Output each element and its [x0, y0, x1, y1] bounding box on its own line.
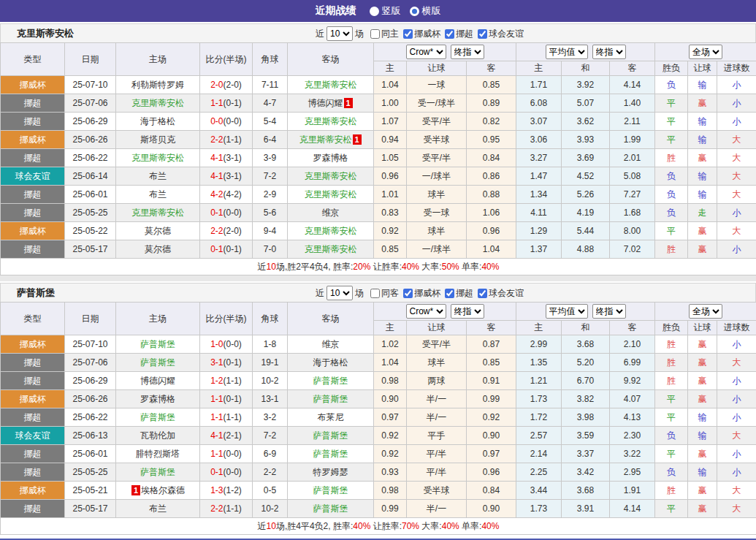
result-goals: 大: [717, 131, 756, 149]
league-filter-0-input[interactable]: [403, 289, 413, 298]
half-score: (0-1): [224, 357, 242, 368]
odds-away: 0.88: [467, 186, 516, 204]
league-filter-2-input[interactable]: [478, 289, 487, 298]
odds-home: 0.83: [374, 204, 407, 222]
recent-count-select[interactable]: 10: [327, 286, 353, 300]
match-date: 25-06-29: [65, 372, 116, 390]
result-outcome-value: 负: [667, 80, 676, 90]
away-team: 博德闪耀1: [288, 94, 374, 113]
result-handicap: 输: [688, 76, 717, 94]
scope-select[interactable]: 全场: [689, 304, 722, 319]
avg-home: 1.37: [516, 240, 562, 259]
same-venue-filter-input[interactable]: [370, 29, 380, 39]
result-handicap-value: 赢: [698, 244, 707, 254]
result-goals-value: 大: [733, 357, 741, 368]
odds-away: 1.04: [467, 240, 516, 259]
odds-away: 0.89: [467, 94, 516, 113]
league-filter-1[interactable]: 挪超: [443, 287, 473, 300]
column-header: 日期: [65, 303, 116, 335]
result-goals: 小: [717, 240, 756, 259]
avg-away: 2.95: [610, 463, 655, 482]
away-team-name: 克里斯蒂安松: [305, 226, 357, 236]
result-group-header: 全场: [655, 43, 756, 61]
result-goals-value: 大: [733, 503, 741, 514]
sub-column-header: 客: [467, 321, 516, 335]
scope-select[interactable]: 全场: [689, 45, 722, 59]
league-filter-2-input[interactable]: [478, 29, 487, 39]
home-team-name: 布兰: [149, 171, 167, 181]
topbar: 近期战绩 竖版 横版: [0, 0, 756, 22]
layout-radio-horizontal[interactable]: 横版: [410, 4, 441, 18]
league-filter-1[interactable]: 挪超: [443, 28, 473, 40]
league-filter-2[interactable]: 球会友谊: [476, 28, 524, 40]
odds-provider-select[interactable]: Crow*: [406, 45, 446, 59]
match-date: 25-07-06: [65, 94, 116, 113]
match-score: 2-0(2-0): [200, 76, 253, 94]
away-team-name: 萨普斯堡: [313, 394, 348, 404]
match-date: 25-07-10: [65, 335, 116, 354]
away-team: 克里斯蒂安松1: [288, 131, 374, 149]
same-venue-filter[interactable]: 同客: [369, 287, 399, 300]
layout-radio-vertical[interactable]: 竖版: [370, 4, 401, 18]
result-handicap: 输: [688, 131, 717, 149]
avg-away: 4.07: [610, 390, 655, 408]
away-team-name: 维京: [322, 208, 340, 218]
half-score: (0-0): [224, 467, 242, 477]
odds-handicap: 一/球半: [407, 240, 467, 259]
odds-time-select[interactable]: 终指: [451, 45, 484, 59]
odds-provider-select[interactable]: Crow*: [406, 304, 446, 319]
summary-segment: 单率:: [459, 262, 482, 272]
radio-horizontal-label: 横版: [422, 4, 441, 18]
result-outcome-value: 胜: [667, 153, 676, 163]
league-filter-1-input[interactable]: [445, 289, 454, 298]
match-row: 球会友谊25-06-13瓦勒伦加4-1(2-1)7-2萨普斯堡0.92平手0.9…: [1, 427, 756, 445]
sub-column-header: 客: [467, 61, 516, 76]
league-filter-0[interactable]: 挪威杯: [402, 287, 440, 300]
summary-segment: 让胜率:: [370, 521, 402, 531]
final-score: 1-0: [210, 339, 223, 349]
result-outcome: 胜: [655, 335, 688, 354]
avg-draw: 5.20: [562, 354, 610, 372]
result-handicap: 输: [688, 167, 717, 186]
same-venue-filter-input[interactable]: [370, 289, 380, 298]
radio-vertical-icon[interactable]: [370, 7, 379, 16]
odds-away: 0.92: [467, 408, 516, 427]
page-title: 近期战绩: [316, 4, 356, 18]
match-type: 挪威杯: [1, 390, 65, 408]
odds-time-select[interactable]: 终指: [451, 304, 484, 319]
matches-table: 类型日期主场比分(半场)角球客场Crow*终指平均值终指全场主让球客主和客胜负让…: [0, 42, 756, 275]
avg-provider-select[interactable]: 平均值: [546, 45, 588, 59]
radio-horizontal-icon[interactable]: [410, 7, 419, 16]
league-filter-2[interactable]: 球会友谊: [476, 287, 524, 300]
odds-handicap: 受半球: [407, 131, 467, 149]
avg-provider-select[interactable]: 平均值: [546, 304, 588, 319]
team-section-sarpsborg: 萨普斯堡近10场同客挪威杯挪超球会友谊类型日期主场比分(半场)角球客场Crow*…: [0, 283, 756, 535]
result-goals: 大: [717, 186, 756, 204]
odds-home: 0.92: [374, 222, 407, 240]
away-team: 萨普斯堡: [288, 500, 374, 518]
result-handicap: 赢: [688, 500, 717, 518]
avg-time-select[interactable]: 终指: [592, 304, 626, 319]
result-handicap-value: 赢: [698, 394, 707, 404]
team-name: 萨普斯堡: [17, 284, 55, 303]
odds-handicap: 两球: [407, 372, 467, 390]
filter-bar: 近10场同客挪威杯挪超球会友谊: [313, 284, 524, 303]
recent-count-select[interactable]: 10: [327, 26, 353, 41]
same-venue-filter[interactable]: 同主: [369, 28, 399, 40]
odds-home: 1.02: [374, 335, 407, 354]
avg-time-select[interactable]: 终指: [592, 45, 626, 59]
avg-home: 1.34: [516, 186, 562, 204]
summary-row: 近10场,胜4平4负2, 胜率:40% 让胜率:70% 大率:40% 单率:40…: [1, 518, 756, 535]
corner-count: 5-4: [253, 113, 288, 131]
league-filter-0-input[interactable]: [403, 29, 413, 39]
odds-away: 0.97: [467, 445, 516, 463]
match-score: 3-1(0-1): [200, 354, 253, 372]
league-filter-1-input[interactable]: [445, 29, 454, 39]
avg-draw: 3.69: [562, 149, 610, 167]
result-handicap-value: 赢: [698, 485, 707, 495]
league-filter-0[interactable]: 挪威杯: [402, 28, 440, 40]
odds-home: 0.98: [374, 482, 407, 500]
result-handicap-value: 赢: [698, 376, 707, 386]
sub-column-header: 胜负: [655, 321, 688, 335]
result-goals-value: 小: [733, 208, 741, 218]
